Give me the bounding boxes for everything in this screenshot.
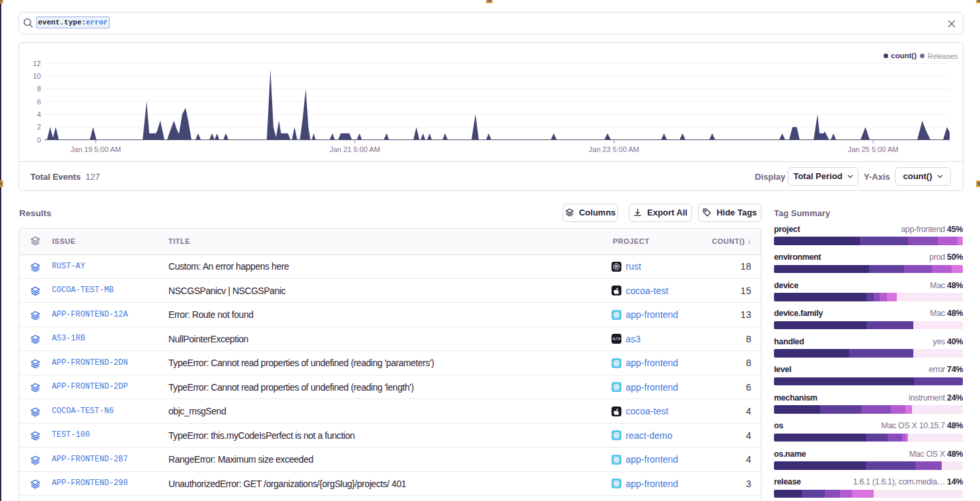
svg-text:R: R <box>615 264 618 269</box>
svg-text:</>: </> <box>612 337 620 342</box>
